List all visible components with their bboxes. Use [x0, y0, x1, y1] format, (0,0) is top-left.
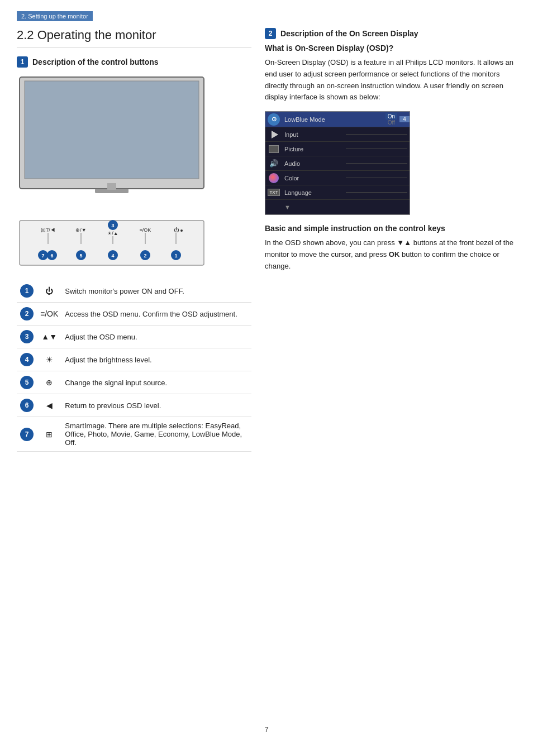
- osd-icon-audio: 🔊: [265, 158, 282, 169]
- page-number: 7: [17, 725, 516, 734]
- ctrl-desc-5: Change the signal input source.: [61, 371, 251, 394]
- control-row-1: 1 ⏻ Switch monitor's power ON and OFF.: [17, 280, 251, 303]
- right-column: 2 Description of the On Screen Display W…: [265, 28, 516, 709]
- svg-text:5: 5: [79, 253, 82, 259]
- osd-row-language: TXT Language: [265, 185, 410, 200]
- instruction-title: Basic and simple instruction on the cont…: [265, 224, 516, 233]
- svg-text:☀/▲: ☀/▲: [107, 231, 118, 236]
- ctrl-icon-4: ☀: [37, 348, 61, 371]
- ctrl-num-1: 1: [17, 280, 37, 303]
- instruction-text: In the OSD shown above, you can press ▼▲…: [265, 237, 516, 272]
- ctrl-desc-7: SmartImage. There are multiple selection…: [61, 417, 251, 452]
- svg-text:1: 1: [174, 253, 177, 259]
- ctrl-num-3: 3: [17, 326, 37, 348]
- control-row-5: 5 ⊕ Change the signal input source.: [17, 371, 251, 394]
- ctrl-icon-6: ◀: [37, 394, 61, 417]
- osd-icon-more: [265, 206, 282, 208]
- control-row-4: 4 ☀ Adjust the brightness level.: [17, 348, 251, 371]
- osd-description: On-Screen Display (OSD) is a feature in …: [265, 57, 516, 103]
- ctrl-icon-3: ▲▼: [37, 326, 61, 348]
- svg-rect-1: [25, 81, 199, 179]
- osd-label-input: Input: [282, 131, 346, 138]
- ctrl-icon-1: ⏻: [37, 280, 61, 303]
- two-column-layout: 2.2 Operating the monitor 1 Description …: [17, 28, 516, 709]
- osd-row-input: Input: [265, 127, 410, 142]
- page: 2. Setting up the monitor 2.2 Operating …: [0, 0, 533, 756]
- ctrl-desc-2: Access the OSD menu. Confirm the OSD adj…: [61, 303, 251, 326]
- ctrl-desc-1: Switch monitor's power ON and OFF.: [61, 280, 251, 303]
- osd-row-audio: 🔊 Audio: [265, 156, 410, 171]
- section-title: 2.2 Operating the monitor: [17, 28, 251, 47]
- control-row-2: 2 ≡/OK Access the OSD menu. Confirm the …: [17, 303, 251, 326]
- svg-point-26: [180, 229, 183, 232]
- ctrl-num-2: 2: [17, 303, 37, 326]
- osd-label-lowblue: LowBlue Mode: [282, 116, 386, 123]
- osd-icon-lowblue: ⊙: [265, 112, 282, 127]
- control-row-6: 6 ◀ Return to previous OSD level.: [17, 394, 251, 417]
- ctrl-num-6: 6: [17, 394, 37, 417]
- control-row-7: 7 ⊞ SmartImage. There are multiple selec…: [17, 417, 251, 452]
- controls-table: 1 ⏻ Switch monitor's power ON and OFF. 2…: [17, 280, 251, 452]
- subsection1-text: Description of the control buttons: [32, 58, 159, 66]
- ctrl-desc-6: Return to previous OSD level.: [61, 394, 251, 417]
- breadcrumb: 2. Setting up the monitor: [17, 11, 93, 21]
- ctrl-icon-2: ≡/OK: [37, 303, 61, 326]
- subsection2-text: Description of the On Screen Display: [280, 29, 418, 38]
- svg-text:6: 6: [50, 253, 53, 259]
- osd-label-audio: Audio: [282, 160, 346, 167]
- osd-icon-picture: [265, 144, 282, 154]
- svg-text:2: 2: [144, 253, 146, 259]
- subsection2-badge: 2: [265, 28, 276, 39]
- control-row-3: 3 ▲▼ Adjust the OSD menu.: [17, 326, 251, 348]
- osd-row-color: Color: [265, 171, 410, 185]
- osd-label-picture: Picture: [282, 146, 346, 152]
- subsection1-label: 1 Description of the control buttons: [17, 56, 251, 68]
- ctrl-icon-7: ⊞: [37, 417, 61, 452]
- svg-text:7: 7: [41, 253, 44, 259]
- osd-menu: ⊙ LowBlue Mode On Off 4 Input: [265, 111, 410, 215]
- osd-icon-language: TXT: [265, 188, 282, 198]
- osd-label-more: ▼: [282, 204, 347, 210]
- osd-row-lowblue: ⊙ LowBlue Mode On Off 4: [265, 112, 410, 127]
- subsection2-label: 2 Description of the On Screen Display: [265, 28, 516, 39]
- osd-icon-input: [265, 130, 282, 140]
- ctrl-num-5: 5: [17, 371, 37, 394]
- osd-label-color: Color: [282, 175, 346, 181]
- svg-text:⊕/▼: ⊕/▼: [75, 227, 86, 233]
- ctrl-num-4: 4: [17, 348, 37, 371]
- svg-text:3: 3: [111, 223, 114, 228]
- osd-row-picture: Picture: [265, 142, 410, 156]
- left-column: 2.2 Operating the monitor 1 Description …: [17, 28, 251, 709]
- osd-row-more: ▼: [265, 200, 410, 214]
- osd-label-language: Language: [282, 189, 346, 196]
- subsection1-badge: 1: [17, 56, 28, 68]
- ctrl-icon-5: ⊕: [37, 371, 61, 394]
- monitor-illustration: [17, 74, 207, 208]
- button-diagram: 回7/◀ 7 6 ⊕/▼ 5 3 ☀/▲ 4: [17, 215, 207, 271]
- osd-question: What is On-Screen Display (OSD)?: [265, 44, 516, 52]
- ctrl-num-7: 7: [17, 417, 37, 452]
- svg-rect-3: [107, 183, 116, 190]
- svg-text:⏻: ⏻: [174, 227, 179, 233]
- ctrl-desc-3: Adjust the OSD menu.: [61, 326, 251, 348]
- svg-text:4: 4: [111, 253, 114, 259]
- svg-text:回7/◀: 回7/◀: [41, 227, 55, 233]
- osd-icon-color: [265, 172, 282, 184]
- svg-text:≡/OK: ≡/OK: [140, 227, 151, 233]
- ctrl-desc-4: Adjust the brightness level.: [61, 348, 251, 371]
